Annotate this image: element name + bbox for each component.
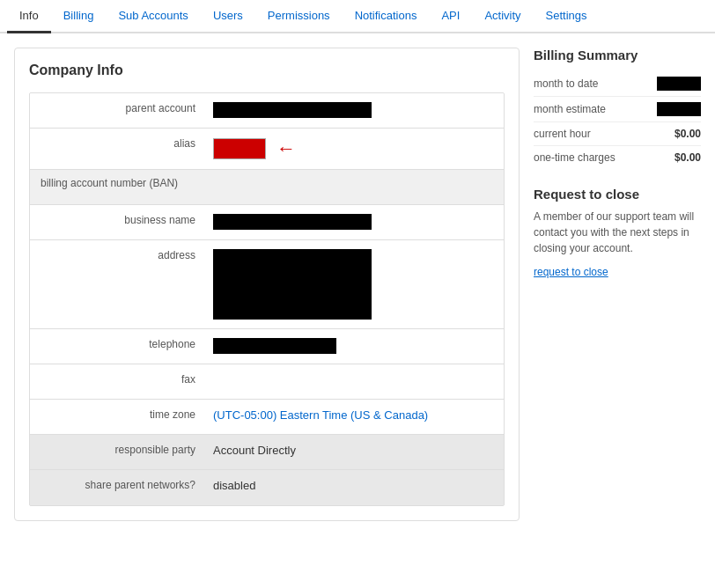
business-name-value	[206, 205, 504, 239]
telephone-label: telephone	[30, 329, 206, 359]
month-to-date-row: month to date	[534, 71, 701, 97]
month-estimate-row: month estimate	[534, 97, 701, 122]
ban-row: billing account number (BAN)	[30, 170, 504, 205]
business-name-redacted	[213, 214, 372, 230]
time-zone-label: time zone	[30, 400, 206, 430]
request-close-text: A member of our support team will contac…	[534, 209, 701, 256]
company-info-title: Company Info	[29, 62, 505, 78]
billing-summary-title: Billing Summary	[534, 48, 701, 62]
share-parent-value: disabled	[206, 470, 504, 501]
request-close-title: Request to close	[534, 187, 701, 202]
current-hour-row: current hour $0.00	[534, 122, 701, 146]
parent-account-redacted	[213, 102, 372, 118]
tab-users[interactable]: Users	[201, 0, 255, 32]
responsible-party-row: responsible party Account Directly	[30, 435, 504, 470]
fax-row: fax	[30, 364, 504, 400]
telephone-row: telephone	[30, 329, 504, 364]
fax-value	[206, 364, 504, 382]
tab-bar: Info Billing Sub Accounts Users Permissi…	[0, 0, 715, 33]
business-name-label: business name	[30, 205, 206, 235]
request-to-close-link[interactable]: request to close	[534, 266, 608, 278]
request-close-section: Request to close A member of our support…	[534, 187, 701, 278]
share-parent-label: share parent networks?	[30, 470, 206, 500]
share-parent-row: share parent networks? disabled	[30, 470, 504, 505]
address-label: address	[30, 240, 206, 270]
parent-account-label: parent account	[30, 93, 206, 123]
month-estimate-label: month estimate	[534, 103, 606, 115]
billing-summary: Billing Summary month to date month esti…	[534, 48, 701, 169]
time-zone-text[interactable]: (UTC-05:00) Eastern Time (US & Canada)	[213, 408, 428, 422]
time-zone-row: time zone (UTC-05:00) Eastern Time (US &…	[30, 400, 504, 435]
arrow-icon: ←	[276, 137, 296, 160]
one-time-charges-row: one-time charges $0.00	[534, 146, 701, 169]
ban-label: billing account number (BAN)	[30, 170, 188, 196]
parent-account-value	[206, 93, 504, 127]
tab-settings[interactable]: Settings	[534, 0, 600, 32]
right-panel: Billing Summary month to date month esti…	[534, 48, 701, 521]
one-time-charges-label: one-time charges	[534, 151, 615, 164]
alias-row: alias ←	[30, 129, 504, 170]
alias-redacted[interactable]	[213, 138, 266, 159]
telephone-value	[206, 329, 504, 363]
main-layout: Company Info parent account alias ← bill…	[0, 33, 715, 535]
current-hour-label: current hour	[534, 128, 591, 140]
tab-sub-accounts[interactable]: Sub Accounts	[106, 0, 201, 32]
responsible-party-label: responsible party	[30, 435, 206, 465]
form-section: parent account alias ← billing account n…	[29, 92, 505, 506]
current-hour-value: $0.00	[674, 128, 701, 140]
tab-activity[interactable]: Activity	[472, 0, 533, 32]
month-to-date-value	[657, 77, 701, 91]
one-time-charges-value: $0.00	[674, 151, 701, 164]
tab-api[interactable]: API	[429, 0, 472, 32]
time-zone-value: (UTC-05:00) Eastern Time (US & Canada)	[206, 400, 504, 430]
address-value	[206, 240, 504, 328]
tab-notifications[interactable]: Notifications	[343, 0, 430, 32]
tab-billing[interactable]: Billing	[51, 0, 107, 32]
business-name-row: business name	[30, 205, 504, 240]
telephone-redacted	[213, 338, 336, 354]
alias-value: ←	[206, 129, 504, 169]
month-estimate-value	[657, 102, 701, 116]
tab-permissions[interactable]: Permissions	[255, 0, 343, 32]
address-redacted	[213, 249, 372, 320]
month-to-date-label: month to date	[534, 77, 598, 90]
responsible-party-value: Account Directly	[206, 435, 504, 466]
alias-label: alias	[30, 129, 206, 158]
left-panel: Company Info parent account alias ← bill…	[14, 48, 520, 521]
fax-label: fax	[30, 364, 206, 394]
tab-info[interactable]: Info	[7, 0, 51, 33]
parent-account-row: parent account	[30, 93, 504, 129]
address-row: address	[30, 240, 504, 329]
